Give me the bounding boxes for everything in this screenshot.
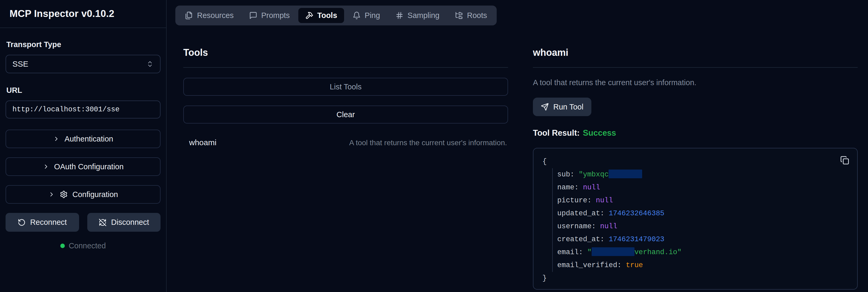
json-line: email_verified: true bbox=[557, 259, 846, 272]
tab-resources[interactable]: Resources bbox=[178, 8, 241, 23]
sidebar-item-configuration[interactable]: Configuration bbox=[5, 185, 160, 204]
json-result-code: {sub: "ymbxqcname: nullpicture: nullupda… bbox=[542, 155, 846, 285]
json-token-punct: : bbox=[575, 184, 583, 192]
sidebar-item-authentication[interactable]: Authentication bbox=[5, 130, 160, 148]
hammer-icon bbox=[305, 11, 313, 20]
connection-status: Connected bbox=[5, 241, 160, 250]
tools-panel: Tools List Tools Clear whoami A tool tha… bbox=[183, 47, 508, 147]
tab-prompts[interactable]: Prompts bbox=[242, 8, 297, 23]
detail-panel-title: whoami bbox=[533, 47, 858, 58]
reconnect-button[interactable]: Reconnect bbox=[5, 213, 79, 232]
json-token-key: picture bbox=[557, 196, 587, 204]
json-line: created_at: 1746231479023 bbox=[557, 233, 846, 246]
refresh-off-icon bbox=[99, 219, 106, 226]
json-token-punct: : bbox=[600, 235, 609, 243]
json-token-bool: true bbox=[626, 261, 643, 269]
json-token-key: updated_at bbox=[557, 209, 600, 218]
tab-tools[interactable]: Tools bbox=[298, 8, 344, 23]
result-label: Tool Result: bbox=[533, 128, 580, 137]
detail-description: A tool that returns the current user's i… bbox=[533, 78, 858, 87]
tool-result-output: {sub: "ymbxqcname: nullpicture: nullupda… bbox=[533, 148, 858, 290]
json-indent-block: sub: "ymbxqcname: nullpicture: nullupdat… bbox=[552, 168, 846, 272]
tab-roots[interactable]: Roots bbox=[448, 8, 494, 23]
main-area: Resources Prompts Tools Ping Sampling bbox=[167, 0, 868, 292]
url-label: URL bbox=[6, 86, 160, 95]
tool-detail-panel: whoami A tool that returns the current u… bbox=[533, 47, 858, 290]
json-line: { bbox=[542, 155, 846, 168]
json-token-key: name bbox=[557, 184, 575, 192]
json-token-num: 1746232646385 bbox=[609, 209, 664, 218]
json-token-punct: : bbox=[617, 261, 626, 269]
status-dot bbox=[60, 244, 65, 248]
reconnect-label: Reconnect bbox=[30, 218, 67, 227]
sidebar-item-label: Configuration bbox=[72, 190, 118, 199]
json-token-null: null bbox=[583, 184, 600, 192]
tab-label: Ping bbox=[365, 11, 380, 20]
json-token-key: username bbox=[557, 222, 592, 230]
tab-label: Tools bbox=[317, 11, 337, 20]
list-tools-button[interactable]: List Tools bbox=[183, 78, 508, 96]
sidebar-body: Transport Type SSE URL Authentication OA… bbox=[0, 28, 166, 250]
json-line: picture: null bbox=[557, 194, 846, 207]
json-line: updated_at: 1746232646385 bbox=[557, 207, 846, 220]
chevrons-up-down-icon bbox=[146, 60, 154, 68]
run-tool-button[interactable]: Run Tool bbox=[533, 98, 591, 116]
gear-icon bbox=[60, 190, 68, 198]
divider bbox=[183, 67, 508, 68]
json-token-key: email_verified bbox=[557, 261, 617, 269]
connection-actions: Reconnect Disconnect bbox=[5, 213, 160, 232]
rotate-ccw-icon bbox=[18, 219, 26, 226]
copy-button[interactable] bbox=[840, 156, 849, 165]
tab-ping[interactable]: Ping bbox=[346, 8, 387, 23]
status-label: Connected bbox=[69, 241, 106, 250]
tab-label: Resources bbox=[197, 11, 234, 20]
json-token-punct: : bbox=[579, 248, 587, 256]
json-line: name: null bbox=[557, 181, 846, 194]
run-tool-label: Run Tool bbox=[553, 103, 583, 111]
hash-icon bbox=[395, 11, 404, 20]
transport-select[interactable]: SSE bbox=[5, 55, 160, 73]
sidebar-item-label: OAuth Configuration bbox=[54, 162, 124, 171]
tabbar: Resources Prompts Tools Ping Sampling bbox=[175, 5, 497, 25]
clear-button[interactable]: Clear bbox=[183, 105, 508, 124]
json-token-punct: { bbox=[542, 158, 547, 166]
copy-icon bbox=[840, 156, 849, 165]
json-line: sub: "ymbxqc bbox=[557, 168, 846, 181]
url-input[interactable] bbox=[5, 100, 160, 119]
disconnect-label: Disconnect bbox=[111, 218, 149, 227]
divider bbox=[533, 67, 858, 68]
json-token-punct: : bbox=[600, 209, 609, 218]
tab-sampling[interactable]: Sampling bbox=[389, 8, 446, 23]
redacted-value bbox=[592, 247, 634, 256]
sidebar-header: MCP Inspector v0.10.2 bbox=[0, 0, 166, 28]
app-title: MCP Inspector v0.10.2 bbox=[9, 8, 114, 19]
json-line: } bbox=[542, 272, 846, 285]
sidebar-item-oauth-configuration[interactable]: OAuth Configuration bbox=[5, 157, 160, 176]
sidebar: MCP Inspector v0.10.2 Transport Type SSE… bbox=[0, 0, 166, 292]
panels: Tools List Tools Clear whoami A tool tha… bbox=[183, 47, 868, 290]
json-token-punct: : bbox=[587, 196, 596, 204]
tool-description: A tool that returns the current user's i… bbox=[349, 139, 507, 147]
json-token-str: " bbox=[587, 248, 591, 256]
json-token-num: 1746231479023 bbox=[609, 235, 664, 243]
message-square-icon bbox=[249, 11, 257, 20]
json-token-str: verhand.io" bbox=[634, 248, 682, 256]
json-line: email: "verhand.io" bbox=[557, 246, 846, 259]
transport-type-label: Transport Type bbox=[6, 40, 160, 49]
tool-result-row: Tool Result:Success bbox=[533, 128, 858, 138]
chevron-right-icon bbox=[48, 191, 55, 198]
tool-list-item-whoami[interactable]: whoami A tool that returns the current u… bbox=[183, 138, 508, 147]
result-status-badge: Success bbox=[583, 128, 616, 137]
tools-panel-title: Tools bbox=[183, 47, 508, 58]
json-token-key: email bbox=[557, 248, 579, 256]
chevron-right-icon bbox=[42, 163, 50, 170]
folder-tree-icon bbox=[455, 11, 463, 20]
transport-select-value: SSE bbox=[12, 60, 28, 68]
disconnect-button[interactable]: Disconnect bbox=[87, 213, 161, 232]
sidebar-item-label: Authentication bbox=[65, 135, 113, 143]
json-token-null: null bbox=[600, 222, 617, 230]
json-token-str: "ymbxqc bbox=[579, 171, 609, 179]
json-token-punct: : bbox=[592, 222, 600, 230]
send-icon bbox=[541, 103, 549, 111]
tab-label: Prompts bbox=[261, 11, 290, 20]
